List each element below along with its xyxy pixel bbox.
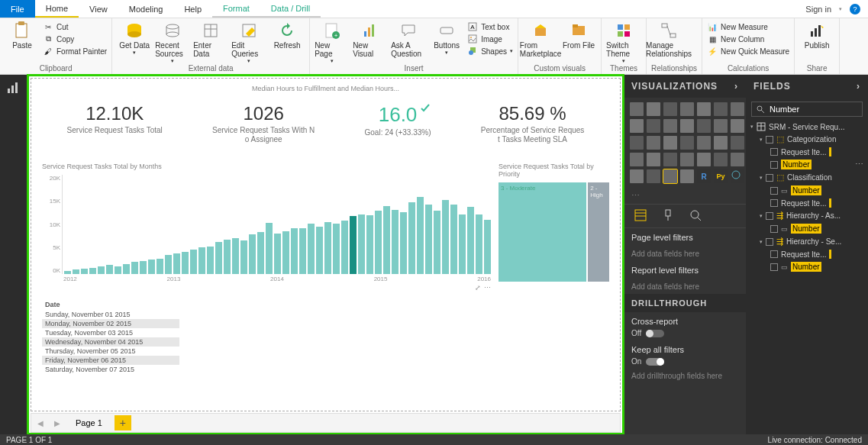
format-tool-icon[interactable]: [662, 209, 676, 223]
bar[interactable]: [274, 234, 281, 274]
bar[interactable]: [400, 212, 407, 274]
get-data-button[interactable]: Get Data▾: [117, 21, 152, 56]
bar[interactable]: [408, 202, 415, 274]
viz-type-icon[interactable]: [697, 136, 711, 150]
bar[interactable]: [123, 264, 130, 274]
bar[interactable]: [198, 247, 205, 274]
bar[interactable]: [98, 266, 105, 274]
tab-modeling[interactable]: Modeling: [118, 0, 174, 18]
viz-type-icon[interactable]: R: [697, 169, 711, 183]
viz-type-icon[interactable]: [647, 153, 660, 166]
viz-type-icon[interactable]: [714, 119, 728, 133]
page-filters-drop[interactable]: Add data fields here: [624, 247, 746, 261]
bar[interactable]: [425, 205, 432, 274]
viz-more-icon[interactable]: ⋯: [624, 188, 746, 204]
viz-type-icon[interactable]: [663, 169, 677, 183]
tab-format[interactable]: Format: [212, 0, 260, 18]
keep-filters-toggle[interactable]: On: [624, 354, 746, 369]
bar[interactable]: [240, 240, 247, 274]
treemap-tile[interactable]: 3 - Moderate: [499, 182, 586, 282]
add-page-button[interactable]: +: [115, 415, 131, 430]
date-row[interactable]: Friday, November 06 2015: [42, 356, 179, 365]
bar[interactable]: [140, 261, 147, 274]
kpi-card[interactable]: 12.10KService Request Tasks Total: [67, 103, 163, 144]
field-row[interactable]: ▾⇶Hierarchy - Se...: [749, 235, 865, 248]
expand-icon[interactable]: ▾: [750, 124, 753, 130]
viz-type-icon[interactable]: [731, 153, 744, 166]
bar[interactable]: [358, 214, 365, 274]
bar[interactable]: [333, 224, 340, 274]
treemap-tile[interactable]: 2 - High: [588, 182, 609, 282]
bar[interactable]: [476, 214, 482, 274]
page-next[interactable]: ▶: [51, 419, 63, 427]
tab-help[interactable]: Help: [173, 0, 212, 18]
viz-type-icon[interactable]: [731, 119, 744, 133]
bar[interactable]: [291, 228, 298, 274]
chevron-down-icon[interactable]: ▾: [839, 6, 842, 12]
viz-type-icon[interactable]: [630, 102, 644, 116]
bar[interactable]: [131, 262, 138, 274]
page-prev[interactable]: ◀: [34, 419, 47, 427]
table-node[interactable]: ▾ SRM - Service Requ...: [749, 121, 865, 133]
viz-type-icon[interactable]: [630, 119, 644, 133]
image-button[interactable]: Image: [467, 34, 513, 44]
chart-expand-icon[interactable]: ⤢: [475, 284, 481, 292]
bar[interactable]: [224, 240, 231, 275]
viz-type-icon[interactable]: [647, 102, 660, 116]
viz-type-icon[interactable]: [647, 119, 660, 133]
kpi-card[interactable]: 16.0Goal: 24 (+33.33%): [365, 103, 431, 144]
new-page-button[interactable]: +New Page▾: [315, 21, 350, 64]
recent-sources-button[interactable]: Recent Sources▾: [155, 21, 190, 64]
viz-type-icon[interactable]: [680, 102, 694, 116]
bar[interactable]: [442, 200, 449, 275]
bar[interactable]: [173, 253, 180, 274]
from-file-button[interactable]: From File: [561, 21, 596, 50]
edit-queries-button[interactable]: Edit Queries▾: [231, 21, 266, 64]
field-row[interactable]: Request Ite...: [749, 248, 865, 260]
shapes-button[interactable]: Shapes▾: [467, 46, 513, 56]
viz-type-icon[interactable]: [630, 136, 644, 150]
tab-datadrill[interactable]: Data / Drill: [260, 0, 321, 18]
field-row[interactable]: ▭Number: [749, 260, 865, 273]
bar[interactable]: [417, 197, 424, 274]
field-row[interactable]: ▾⇶Hierarchy - As...: [749, 209, 865, 222]
report-view-icon[interactable]: [6, 81, 21, 96]
search-input[interactable]: [770, 105, 868, 114]
ask-question-button[interactable]: Ask A Question: [391, 21, 426, 58]
chart-more-icon[interactable]: ⋯: [484, 284, 491, 292]
copy-button[interactable]: ⧉Copy: [43, 34, 107, 44]
new-measure-button[interactable]: 📊New Measure: [707, 21, 789, 32]
viz-type-icon[interactable]: [680, 119, 694, 133]
tab-view[interactable]: View: [79, 0, 118, 18]
bar[interactable]: [366, 215, 373, 274]
textbox-button[interactable]: AText box: [467, 21, 513, 32]
kpi-card[interactable]: 85.69 %Percentage of Service Request Tas…: [481, 103, 585, 144]
bar[interactable]: [266, 223, 273, 274]
viz-type-icon[interactable]: [680, 153, 694, 166]
bar[interactable]: [341, 221, 348, 274]
bar[interactable]: [316, 227, 323, 274]
field-row[interactable]: ▾⬚Categorization: [749, 133, 865, 146]
refresh-button[interactable]: Refresh: [269, 21, 305, 50]
bar[interactable]: [467, 207, 474, 274]
bar[interactable]: [156, 259, 163, 274]
date-row[interactable]: Tuesday, November 03 2015: [42, 328, 179, 337]
page-tab-1[interactable]: Page 1: [68, 417, 110, 429]
manage-relationships-button[interactable]: Manage Relationships: [651, 21, 686, 58]
treemap[interactable]: 3 - Moderate2 - High: [499, 182, 609, 282]
field-row[interactable]: ▭Number: [749, 184, 865, 197]
bar[interactable]: [81, 269, 88, 274]
buttons-button[interactable]: Buttons▾: [429, 21, 464, 56]
tab-home[interactable]: Home: [35, 0, 79, 18]
report-canvas[interactable]: Median Hours to Fulfillment and Median H…: [31, 78, 621, 411]
date-row[interactable]: Thursday, November 05 2015: [42, 347, 179, 356]
bar[interactable]: [282, 231, 289, 274]
viz-type-icon[interactable]: Py: [714, 169, 728, 183]
paste-button[interactable]: Paste: [5, 21, 40, 50]
new-visual-button[interactable]: New Visual: [353, 21, 388, 58]
bar[interactable]: [484, 220, 491, 275]
bar[interactable]: [64, 271, 71, 274]
switch-theme-button[interactable]: Switch Theme▾: [606, 21, 641, 64]
date-slicer[interactable]: Date Sunday, November 01 2015Monday, Nov…: [42, 299, 179, 374]
collapse-viz-icon[interactable]: ›: [734, 81, 738, 92]
